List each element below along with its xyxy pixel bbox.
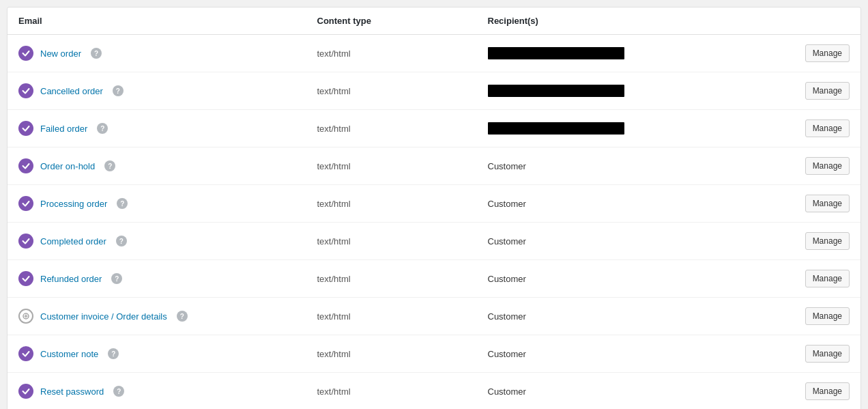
table-row: Customer note?text/htmlCustomerManage <box>8 335 860 373</box>
status-icon-failed-order <box>18 121 33 136</box>
actions-customer-note: Manage <box>733 335 861 373</box>
email-link-refunded-order[interactable]: Refunded order <box>40 274 102 284</box>
actions-failed-order: Manage <box>733 110 861 147</box>
actions-new-order: Manage <box>733 35 861 72</box>
content-type-customer-note: text/html <box>306 335 477 373</box>
email-cell-reset-password: Reset password? <box>8 373 306 410</box>
status-icon-new-order <box>18 46 33 61</box>
actions-completed-order: Manage <box>733 223 861 260</box>
actions-cancelled-order: Manage <box>733 72 861 110</box>
help-icon-cancelled-order[interactable]: ? <box>113 85 124 96</box>
content-type-refunded-order: text/html <box>306 260 477 298</box>
content-type-new-order: text/html <box>306 35 477 72</box>
emails-table: Email Content type Recipient(s) New orde… <box>8 8 860 409</box>
email-cell-failed-order: Failed order? <box>8 110 306 147</box>
help-icon-customer-invoice[interactable]: ? <box>177 311 188 322</box>
email-link-order-on-hold[interactable]: Order on-hold <box>40 161 95 171</box>
email-link-processing-order[interactable]: Processing order <box>40 199 107 209</box>
recipients-customer-note: Customer <box>477 335 733 373</box>
table-row: Completed order?text/htmlCustomerManage <box>8 223 860 260</box>
table-row: Cancelled order?text/htmlManage <box>8 72 860 110</box>
table-row: Refunded order?text/htmlCustomerManage <box>8 260 860 298</box>
header-actions <box>733 8 861 35</box>
manage-button-refunded-order[interactable]: Manage <box>805 270 850 287</box>
table-row: Processing order?text/htmlCustomerManage <box>8 185 860 223</box>
email-cell-processing-order: Processing order? <box>8 185 306 223</box>
email-cell-cancelled-order: Cancelled order? <box>8 72 306 110</box>
actions-processing-order: Manage <box>733 185 861 223</box>
help-icon-reset-password[interactable]: ? <box>113 386 124 397</box>
email-cell-order-on-hold: Order on-hold? <box>8 147 306 185</box>
manage-button-processing-order[interactable]: Manage <box>805 195 850 212</box>
email-cell-refunded-order: Refunded order? <box>8 260 306 298</box>
recipients-completed-order: Customer <box>477 223 733 260</box>
help-icon-completed-order[interactable]: ? <box>116 236 127 246</box>
manage-button-customer-note[interactable]: Manage <box>805 345 850 363</box>
email-cell-new-order: New order? <box>8 35 306 72</box>
manage-button-failed-order[interactable]: Manage <box>805 119 850 137</box>
content-type-failed-order: text/html <box>306 110 477 147</box>
table-row: Reset password?text/htmlCustomerManage <box>8 373 860 410</box>
actions-customer-invoice: Manage <box>733 298 861 335</box>
emails-table-container: Email Content type Recipient(s) New orde… <box>7 7 861 409</box>
email-cell-customer-note: Customer note? <box>8 335 306 373</box>
manage-button-cancelled-order[interactable]: Manage <box>805 82 850 100</box>
header-email: Email <box>8 8 306 35</box>
status-icon-customer-note <box>18 346 33 361</box>
status-icon-refunded-order <box>18 271 33 286</box>
content-type-customer-invoice: text/html <box>306 298 477 335</box>
actions-refunded-order: Manage <box>733 260 861 298</box>
email-link-completed-order[interactable]: Completed order <box>40 236 106 246</box>
help-icon-customer-note[interactable]: ? <box>108 348 119 359</box>
email-link-cancelled-order[interactable]: Cancelled order <box>40 86 103 96</box>
email-link-new-order[interactable]: New order <box>40 48 81 59</box>
help-icon-new-order[interactable]: ? <box>91 48 102 59</box>
email-cell-customer-invoice: Customer invoice / Order details? <box>8 298 306 335</box>
redacted-bar-failed-order <box>488 122 624 135</box>
status-icon-completed-order <box>18 234 33 249</box>
recipients-failed-order <box>477 110 733 147</box>
manage-button-reset-password[interactable]: Manage <box>805 382 850 400</box>
status-icon-reset-password <box>18 384 33 399</box>
email-link-reset-password[interactable]: Reset password <box>40 386 104 397</box>
redacted-bar-cancelled-order <box>488 85 624 97</box>
table-header-row: Email Content type Recipient(s) <box>8 8 860 35</box>
status-icon-order-on-hold <box>18 158 33 173</box>
manage-button-completed-order[interactable]: Manage <box>805 232 850 250</box>
actions-order-on-hold: Manage <box>733 147 861 185</box>
content-type-completed-order: text/html <box>306 223 477 260</box>
redacted-bar-new-order <box>488 47 624 59</box>
content-type-processing-order: text/html <box>306 185 477 223</box>
header-recipients: Recipient(s) <box>477 8 733 35</box>
email-cell-completed-order: Completed order? <box>8 223 306 260</box>
table-row: New order?text/htmlManage <box>8 35 860 72</box>
email-link-customer-note[interactable]: Customer note <box>40 349 98 359</box>
recipients-customer-invoice: Customer <box>477 298 733 335</box>
email-link-customer-invoice[interactable]: Customer invoice / Order details <box>40 311 167 322</box>
header-content-type: Content type <box>306 8 477 35</box>
manage-button-order-on-hold[interactable]: Manage <box>805 157 850 175</box>
help-icon-processing-order[interactable]: ? <box>117 198 128 209</box>
help-icon-order-on-hold[interactable]: ? <box>104 160 115 171</box>
manage-button-customer-invoice[interactable]: Manage <box>805 307 850 325</box>
help-icon-failed-order[interactable]: ? <box>97 123 108 134</box>
table-row: Order on-hold?text/htmlCustomerManage <box>8 147 860 185</box>
content-type-cancelled-order: text/html <box>306 72 477 110</box>
recipients-cancelled-order <box>477 72 733 110</box>
recipients-processing-order: Customer <box>477 185 733 223</box>
help-icon-refunded-order[interactable]: ? <box>111 273 122 284</box>
status-icon-cancelled-order <box>18 83 33 98</box>
manage-button-new-order[interactable]: Manage <box>805 44 850 62</box>
recipients-refunded-order: Customer <box>477 260 733 298</box>
content-type-reset-password: text/html <box>306 373 477 410</box>
recipients-reset-password: Customer <box>477 373 733 410</box>
recipients-order-on-hold: Customer <box>477 147 733 185</box>
email-link-failed-order[interactable]: Failed order <box>40 124 87 134</box>
table-row: Customer invoice / Order details?text/ht… <box>8 298 860 335</box>
content-type-order-on-hold: text/html <box>306 147 477 185</box>
actions-reset-password: Manage <box>733 373 861 410</box>
status-icon-processing-order <box>18 196 33 211</box>
status-icon-customer-invoice <box>18 309 33 324</box>
recipients-new-order <box>477 35 733 72</box>
table-row: Failed order?text/htmlManage <box>8 110 860 147</box>
